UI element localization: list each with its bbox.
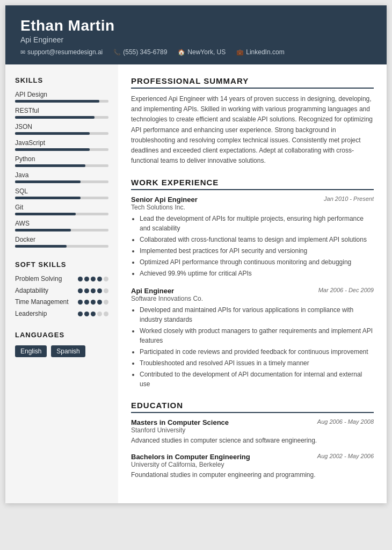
edu-desc: Foundational studies in computer enginee…: [131, 470, 374, 480]
soft-skill-name: Leadership: [15, 310, 78, 319]
skill-name: API Design: [15, 91, 108, 98]
skill-item: AWS: [15, 220, 108, 231]
skill-item: Docker: [15, 236, 108, 248]
language-tags: EnglishSpanish: [15, 345, 108, 357]
soft-skill-name: Time Management: [15, 298, 78, 307]
edu-item: Masters in Computer Science Aug 2006 - M…: [131, 418, 374, 445]
education-section: EDUCATION Masters in Computer Science Au…: [131, 401, 374, 480]
job-company: Software Innovations Co.: [131, 295, 374, 302]
edu-header: Bachelors in Computer Engineering Aug 20…: [131, 453, 374, 461]
dot: [78, 312, 83, 316]
contact-icon: 💼: [236, 49, 244, 56]
skills-title: SKILLS: [15, 76, 108, 84]
skill-bar-fill: [15, 229, 71, 231]
soft-skill-item: Problem Solving: [15, 275, 108, 284]
summary-text: Experienced Api Engineer with 14 years o…: [131, 94, 374, 166]
edu-date: Aug 2002 - May 2006: [317, 453, 374, 459]
soft-skills-section: SOFT SKILLS Problem SolvingAdaptabilityT…: [15, 260, 108, 318]
dots: [78, 312, 108, 316]
edu-school: Stanford University: [131, 426, 374, 434]
jobs-list: Senior Api Engineer Jan 2010 - Present T…: [131, 196, 374, 389]
job-header: Api Engineer Mar 2006 - Dec 2009: [131, 287, 374, 295]
edu-header: Masters in Computer Science Aug 2006 - M…: [131, 418, 374, 426]
dot: [97, 312, 102, 316]
skill-bar-fill: [15, 100, 99, 103]
dots: [78, 288, 108, 293]
skill-item: Python: [15, 155, 108, 167]
dot: [104, 288, 108, 293]
dot: [104, 312, 108, 316]
dot: [78, 300, 83, 305]
bullet: Implemented best practices for API secur…: [140, 246, 374, 256]
job-bullets: Lead the development of APIs for multipl…: [131, 214, 374, 278]
job-date: Jan 2010 - Present: [324, 196, 374, 202]
skill-item: RESTful: [15, 107, 108, 119]
dot: [78, 288, 83, 293]
dots: [78, 300, 108, 305]
soft-skill-item: Leadership: [15, 310, 108, 319]
soft-skill-name: Problem Solving: [15, 275, 78, 284]
dot: [104, 277, 108, 281]
bullet: Achieved 99.9% uptime for critical APIs: [140, 269, 374, 278]
edu-degree: Masters in Computer Science: [131, 418, 229, 426]
contact-text: LinkedIn.com: [246, 48, 284, 56]
dot: [97, 288, 102, 293]
contact-text: (555) 345-6789: [123, 48, 167, 56]
contact-bar: ✉support@resumedesign.ai📞(555) 345-6789🏠…: [20, 48, 372, 56]
job-item: Api Engineer Mar 2006 - Dec 2009 Softwar…: [131, 287, 374, 389]
contact-text: support@resumedesign.ai: [27, 48, 103, 56]
skill-item: JavaScript: [15, 139, 108, 151]
skill-bar-bg: [15, 197, 108, 199]
skill-bar-bg: [15, 132, 108, 135]
skill-name: SQL: [15, 187, 108, 195]
skill-bar-fill: [15, 213, 76, 215]
work-section: WORK EXPERIENCE Senior Api Engineer Jan …: [131, 178, 374, 389]
soft-skill-item: Adaptability: [15, 287, 108, 295]
contact-item: 📞(555) 345-6789: [113, 48, 167, 56]
skill-name: JSON: [15, 123, 108, 131]
skill-item: JSON: [15, 123, 108, 135]
language-tag: Spanish: [51, 345, 85, 357]
candidate-title: Api Engineer: [20, 35, 372, 44]
skill-bar-bg: [15, 180, 108, 183]
dot: [84, 277, 89, 281]
skill-bar-bg: [15, 100, 108, 103]
skill-bar-fill: [15, 180, 81, 183]
skill-name: AWS: [15, 220, 108, 227]
soft-skills-list: Problem SolvingAdaptabilityTime Manageme…: [15, 275, 108, 318]
dot: [97, 277, 102, 281]
skill-item: Git: [15, 204, 108, 215]
skill-bar-fill: [15, 116, 95, 119]
contact-icon: 📞: [113, 49, 121, 56]
skill-bar-fill: [15, 197, 81, 199]
skill-name: RESTful: [15, 107, 108, 114]
edu-school: University of California, Berkeley: [131, 461, 374, 468]
contact-icon: 🏠: [178, 49, 185, 56]
education-title: EDUCATION: [131, 401, 374, 413]
skill-name: Python: [15, 155, 108, 163]
bullet: Lead the development of APIs for multipl…: [140, 214, 374, 233]
skill-item: SQL: [15, 187, 108, 199]
skill-bar-bg: [15, 213, 108, 215]
soft-skill-name: Adaptability: [15, 287, 78, 295]
contact-text: NewYork, US: [187, 48, 226, 56]
skill-bar-fill: [15, 132, 90, 135]
main-content: PROFESSIONAL SUMMARY Experienced Api Eng…: [118, 64, 387, 503]
dot: [91, 300, 96, 305]
contact-item: 🏠NewYork, US: [178, 48, 226, 56]
job-company: Tech Solutions Inc.: [131, 204, 374, 211]
skill-name: Docker: [15, 236, 108, 243]
job-header: Senior Api Engineer Jan 2010 - Present: [131, 196, 374, 204]
dot: [91, 312, 96, 316]
dot: [97, 300, 102, 305]
dot: [84, 300, 89, 305]
body: SKILLS API Design RESTful JSON JavaScrip…: [5, 64, 387, 503]
skill-bar-bg: [15, 116, 108, 119]
edu-date: Aug 2006 - May 2008: [317, 418, 374, 425]
edu-list: Masters in Computer Science Aug 2006 - M…: [131, 418, 374, 480]
skill-bar-fill: [15, 148, 90, 151]
skills-list: API Design RESTful JSON JavaScript Pytho…: [15, 91, 108, 248]
job-bullets: Developed and maintained APIs for variou…: [131, 305, 374, 389]
header: Ethan Martin Api Engineer ✉support@resum…: [5, 5, 387, 64]
dot: [91, 288, 96, 293]
